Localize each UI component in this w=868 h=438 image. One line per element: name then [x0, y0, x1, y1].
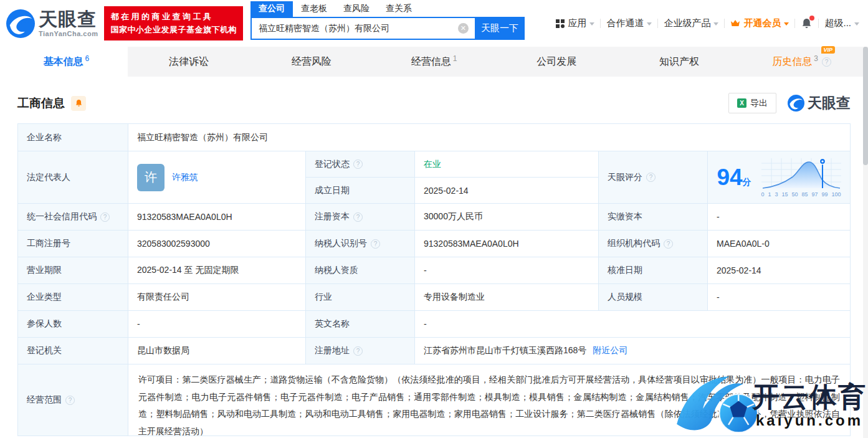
value-organization-code: MAEA0A0L-0 — [708, 231, 850, 257]
help-icon[interactable] — [353, 159, 363, 169]
nav-vip-membership[interactable]: 开通会员 — [730, 17, 789, 29]
tianyancha-logo[interactable]: 天眼查 TianYanCha.com — [6, 9, 98, 38]
tianyancha-swirl-icon — [6, 9, 35, 38]
business-info-table: 企业名称 福立旺精密智造（苏州）有限公司 法定代表人 许 许雅筑 登记状态 在业… — [17, 123, 851, 436]
tab-company-development[interactable]: 公司发展 — [495, 47, 618, 77]
divider — [818, 19, 819, 28]
help-icon[interactable] — [664, 239, 673, 249]
company-tabbar: 基本信息6 法律诉讼 经营风险 经营信息1 公司发展 知识产权 VIP 历史信息… — [5, 47, 863, 77]
tab-history-info[interactable]: VIP 历史信息3 — [740, 47, 863, 77]
value-credit-code: 91320583MAEA0A0L0H — [128, 204, 306, 231]
chevron-down-icon — [589, 22, 594, 26]
value-business-term: 2025-02-14 至 无固定期限 — [128, 257, 306, 284]
help-icon[interactable] — [353, 346, 363, 356]
search-tab-relation[interactable]: 查关系 — [378, 1, 420, 17]
label-registration-status: 登记状态 — [306, 151, 415, 178]
tab-basic-info[interactable]: 基本信息6 — [5, 47, 128, 77]
search-tab-risk[interactable]: 查风险 — [335, 1, 378, 17]
value-insured-count: - — [128, 311, 306, 338]
label-establish-date: 成立日期 — [306, 178, 415, 204]
tab-operating-info[interactable]: 经营信息1 — [373, 47, 495, 77]
label-credit-code: 统一社会信用代码 — [18, 204, 128, 231]
legal-rep-avatar[interactable]: 许 — [137, 164, 165, 191]
slogan-line2: 国家中小企业发展子基金旗下机构 — [110, 24, 237, 36]
vertical-scrollbar — [863, 47, 868, 438]
search-tab-boss[interactable]: 查老板 — [293, 1, 335, 17]
value-industry: 专用设备制造业 — [415, 284, 599, 311]
main-content: 工商信息 X 导出 天眼查 — [5, 77, 863, 436]
search-tabs: 查公司 查老板 查风险 查关系 — [250, 1, 525, 17]
slogan-banner: 都在用的商业查询工具 国家中小企业发展子基金旗下机构 — [104, 6, 243, 40]
label-business-term: 营业期限 — [18, 257, 128, 284]
nav-super-vip[interactable]: 超级... — [824, 17, 859, 29]
search-button[interactable]: 天眼一下 — [475, 17, 525, 40]
label-paid-capital: 实缴资本 — [599, 204, 708, 231]
label-insured-count: 参保人数 — [18, 311, 128, 338]
label-company-type: 企业类型 — [18, 284, 128, 311]
help-icon[interactable] — [371, 239, 380, 249]
value-business-scope: 许可项目：第二类医疗器械生产；道路货物运输（不含危险货物）（依法须经批准的项目，… — [128, 364, 850, 436]
value-taxpayer-id: 91320583MAEA0A0L0H — [415, 231, 599, 257]
label-business-scope: 经营范围 — [18, 364, 128, 436]
nav-enterprise[interactable]: 企业级产品 — [664, 17, 718, 29]
label-registered-address: 注册地址 — [306, 338, 415, 364]
notifications-bell[interactable] — [801, 17, 813, 29]
divider — [600, 19, 601, 28]
value-legal-representative: 许 许雅筑 — [128, 151, 306, 204]
logo-domain: TianYanCha.com — [39, 31, 98, 37]
search-tab-company[interactable]: 查公司 — [250, 1, 293, 17]
apps-grid-icon — [556, 19, 565, 28]
value-registered-capital: 30000万人民币 — [415, 204, 599, 231]
clear-search-icon[interactable]: ✕ — [458, 23, 469, 34]
value-staff-size: - — [708, 284, 850, 311]
label-english-name: 英文名称 — [306, 311, 415, 338]
nearby-companies-link[interactable]: 附近公司 — [593, 345, 627, 356]
slogan-line1: 都在用的商业查询工具 — [110, 11, 237, 23]
label-taxpayer-id: 纳税人识别号 — [306, 231, 415, 257]
nav-partner[interactable]: 合作通道 — [606, 17, 652, 29]
help-icon[interactable] — [100, 212, 110, 222]
tianyancha-swirl-icon — [788, 95, 804, 112]
export-button[interactable]: X 导出 — [728, 93, 776, 113]
label-industry: 行业 — [306, 284, 415, 311]
help-icon[interactable] — [353, 212, 363, 222]
top-header: 天眼查 TianYanCha.com 都在用的商业查询工具 国家中小企业发展子基… — [0, 0, 868, 47]
value-company-name: 福立旺精密智造（苏州）有限公司 — [128, 124, 850, 151]
bell-icon — [75, 99, 83, 107]
tab-legal-proceedings[interactable]: 法律诉讼 — [128, 47, 250, 77]
label-organization-code: 组织机构代码 — [599, 231, 708, 257]
score-value: 94 — [717, 164, 742, 190]
label-legal-representative: 法定代表人 — [18, 151, 128, 204]
score-axis-ticks: 01 315 5085 9799 100 — [761, 191, 841, 198]
search-input[interactable] — [250, 17, 475, 40]
value-tianyan-score[interactable]: 94分 — [708, 151, 850, 204]
label-taxpayer-quality: 纳税人资质 — [306, 257, 415, 284]
label-company-name: 企业名称 — [18, 124, 128, 151]
value-paid-capital: - — [708, 204, 850, 231]
label-staff-size: 人员规模 — [599, 284, 708, 311]
tab-intellectual-property[interactable]: 知识产权 — [618, 47, 741, 77]
excel-icon: X — [737, 98, 746, 108]
legal-rep-link[interactable]: 许雅筑 — [172, 172, 198, 183]
tab-operating-risk[interactable]: 经营风险 — [250, 47, 373, 77]
status-active-link[interactable]: 在业 — [424, 159, 441, 170]
value-registration-status: 在业 — [415, 151, 599, 178]
top-nav: 应用 合作通道 企业级产品 开通会员 — [556, 17, 859, 29]
help-icon[interactable] — [822, 57, 831, 67]
chevron-down-icon — [784, 22, 789, 26]
scrollbar-thumb[interactable] — [863, 47, 868, 165]
value-registration-number: 320583002593000 — [128, 231, 306, 257]
value-approval-date: 2025-02-14 — [708, 257, 850, 284]
crown-icon — [730, 19, 740, 27]
chevron-down-icon — [854, 22, 859, 26]
label-registration-number: 工商注册号 — [18, 231, 128, 257]
help-icon[interactable] — [646, 173, 656, 182]
divider — [657, 19, 658, 28]
nav-apps[interactable]: 应用 — [556, 17, 594, 29]
score-unit: 分 — [743, 177, 751, 187]
label-tianyan-score: 天眼评分 — [599, 151, 708, 204]
monitor-bell-button[interactable] — [71, 96, 86, 111]
help-icon[interactable] — [65, 396, 75, 405]
label-registered-capital: 注册资本 — [306, 204, 415, 231]
value-taxpayer-quality: - — [415, 257, 599, 284]
